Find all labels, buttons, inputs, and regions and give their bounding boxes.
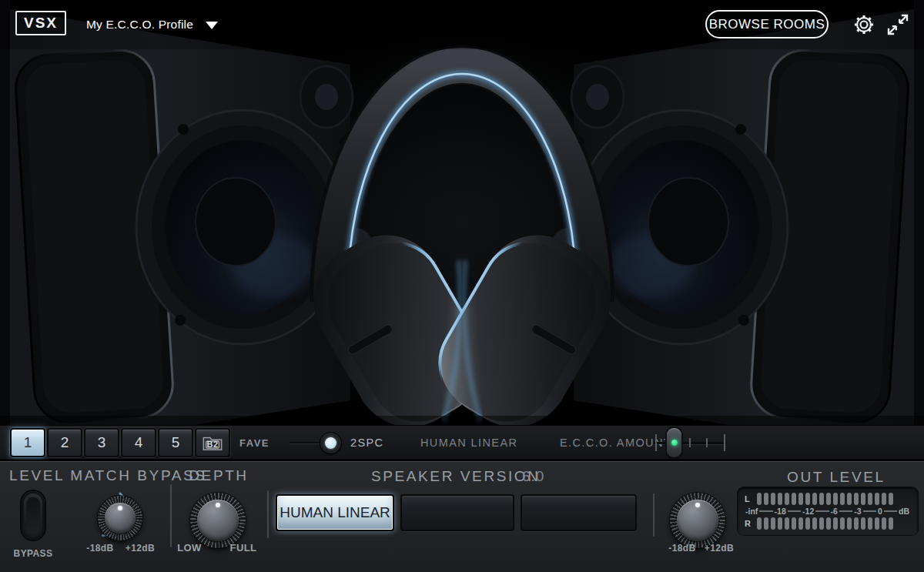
vsx-plugin-window: VSX My E.C.C.O. Profile BROWSE ROOMS 123… [0, 0, 924, 572]
meter-segment [785, 517, 789, 530]
meter-segments [757, 517, 893, 530]
meter-segment [805, 517, 810, 530]
resize-icon [886, 13, 909, 36]
meter-segment [847, 517, 852, 530]
meter-scale-dash [759, 510, 772, 512]
meter-segment [840, 517, 845, 530]
meter-segment [819, 493, 824, 505]
knob-cap [197, 500, 239, 541]
spc-slider-knob[interactable] [320, 433, 341, 453]
meter-left-label: L [745, 494, 750, 503]
knob-pointer [216, 503, 220, 507]
depth-min-label: LOW [174, 542, 205, 554]
slot-button-5[interactable]: 5 [158, 428, 193, 457]
meter-segment [833, 493, 838, 505]
speaker-version-slot-active[interactable]: HUMAN LINEAR [276, 494, 394, 531]
meter-segment [764, 493, 768, 505]
meter-segment [854, 517, 859, 530]
out-level-min-label: -18dB [665, 543, 699, 554]
meter-scale-label: -3 [852, 507, 862, 516]
knob-pointer [695, 503, 700, 507]
ecco-amount-handle[interactable] [667, 428, 681, 457]
slot-button-1[interactable]: 1 [10, 428, 45, 457]
slider-tick [706, 438, 708, 447]
out-level-knob[interactable] [670, 493, 725, 548]
meter-segment [764, 517, 768, 530]
out-level-title: OUT LEVEL [787, 469, 886, 486]
ecco-amount-slider[interactable] [649, 425, 731, 460]
meter-segment [798, 493, 803, 505]
out-level-max-label: +12dB [701, 543, 737, 554]
meter-segment [854, 493, 859, 505]
active-mode-label: HUMAN LINEAR [280, 504, 390, 521]
gear-icon [852, 13, 875, 36]
meter-segment [771, 493, 775, 505]
meter-segments [757, 493, 893, 505]
meter-segment [847, 493, 852, 505]
meter-segment [812, 517, 817, 530]
meter-segment [882, 493, 886, 505]
slot-button-2[interactable]: 2 [47, 428, 82, 457]
bottom-panel: LEVEL MATCH BYPASS DEPTH SPEAKER VERSION… [0, 460, 924, 572]
meter-segment [889, 517, 893, 530]
meter-scale-dash [788, 510, 801, 512]
slider-tick [655, 434, 657, 451]
current-mode-label: HUMAN LINEAR [420, 425, 517, 460]
spc-label: 2SPC [350, 425, 383, 460]
bank-button-label: B2 [206, 440, 218, 449]
chevron-down-icon [206, 22, 218, 29]
bypass-toggle[interactable] [22, 491, 45, 540]
slot-button-3[interactable]: 3 [84, 428, 119, 457]
profile-label: My E.C.C.O. Profile [86, 18, 193, 32]
control-strip: 12345B2 FAVE 2SPC HUMAN LINEAR E.C.C.O. … [0, 425, 924, 460]
level-match-max-label: +12dB [122, 543, 158, 554]
browse-rooms-button[interactable]: BROWSE ROOMS [705, 10, 829, 38]
meter-segment [868, 493, 872, 505]
resize-window-button[interactable] [886, 12, 910, 37]
meter-segment [792, 517, 796, 530]
section-divider [653, 493, 654, 537]
slot-button-4[interactable]: 4 [121, 428, 156, 457]
level-match-min-label: -18dB [83, 543, 117, 554]
speaker-version-slot-empty[interactable] [521, 494, 637, 531]
depth-max-label: FULL [226, 542, 260, 554]
depth-knob[interactable] [190, 493, 246, 548]
meter-segment [757, 493, 762, 505]
level-match-knob[interactable] [98, 496, 142, 540]
output-meter: L -inf-18-12-6-30dB R [738, 487, 918, 535]
slider-tick [689, 438, 691, 447]
section-divider [170, 484, 172, 547]
depth-title: DEPTH [183, 467, 254, 484]
meter-scale-label: -inf [744, 507, 759, 516]
stage-visual [0, 0, 924, 425]
meter-segment [812, 493, 817, 505]
slider-tick [724, 434, 725, 451]
meter-segment [826, 493, 831, 505]
meter-segment [882, 517, 886, 530]
meter-segment [861, 493, 865, 505]
meter-segment [805, 493, 810, 505]
speaker-version-slot-empty[interactable] [400, 494, 514, 531]
meter-segment [861, 517, 865, 530]
meter-scale-dash [884, 510, 897, 512]
meter-scale-label: 0 [876, 507, 884, 516]
profile-selector[interactable]: My E.C.C.O. Profile [86, 15, 218, 34]
meter-segment [757, 517, 762, 530]
meter-scale-label: -6 [829, 507, 839, 516]
bank-button[interactable]: B2 [195, 428, 230, 457]
meter-segment [792, 493, 796, 505]
meter-segment [826, 517, 831, 530]
knob-pointer [118, 506, 122, 510]
settings-button[interactable] [852, 12, 876, 37]
meter-right-label: R [745, 519, 751, 528]
meter-segment [778, 517, 782, 530]
meter-scale-dash [839, 510, 852, 512]
meter-segment [785, 493, 789, 505]
spc-slider[interactable] [288, 425, 343, 460]
meter-scale-label: -18 [773, 507, 788, 516]
bypass-label: BYPASS [8, 548, 59, 559]
meter-segment [889, 493, 893, 505]
vsx-logo-text: VSX [24, 15, 58, 32]
meter-segment [875, 493, 879, 505]
section-divider [267, 490, 269, 538]
